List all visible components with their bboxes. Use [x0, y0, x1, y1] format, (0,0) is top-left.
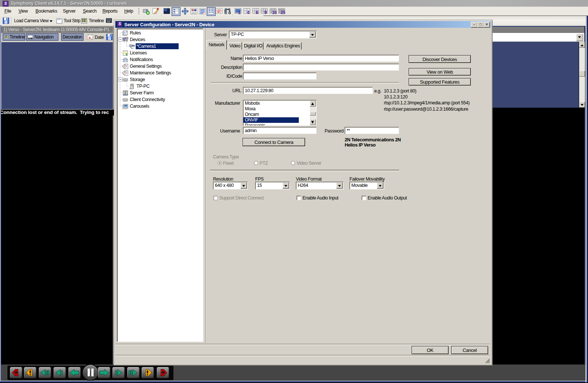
- svg-text:1: 1: [238, 10, 241, 15]
- svg-text:25: 25: [281, 10, 285, 15]
- svg-text:9: 9: [264, 10, 267, 15]
- svg-text:6: 6: [256, 10, 258, 15]
- svg-text:16: 16: [272, 10, 277, 15]
